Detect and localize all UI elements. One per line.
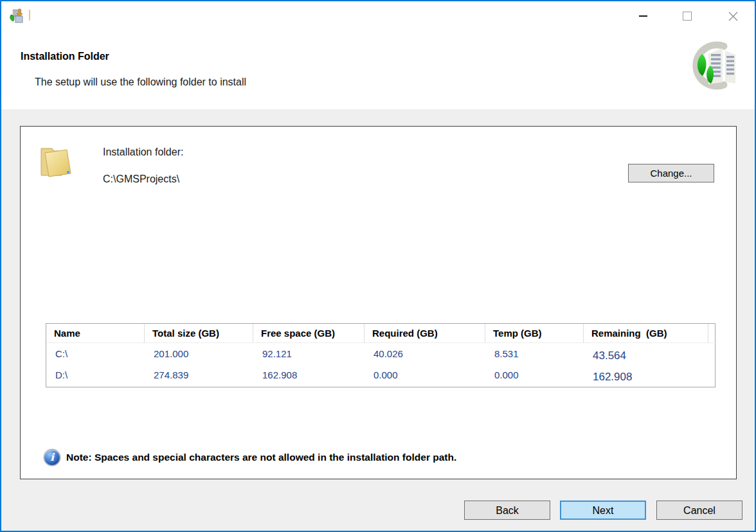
col-header-name: Name — [46, 324, 145, 343]
maximize-button[interactable] — [672, 6, 702, 26]
installer-window: Installation Folder The setup will use t… — [0, 0, 756, 532]
table-row-d-filler — [708, 364, 717, 386]
close-icon — [728, 11, 739, 22]
maximize-icon — [683, 12, 692, 21]
col-header-free-space: Free space (GB) — [253, 324, 364, 343]
title-bar — [1, 1, 755, 30]
minimize-icon — [639, 15, 647, 17]
table-row-c-remaining[interactable]: 43.564 — [584, 343, 708, 364]
page-subtitle: The setup will use the following folder … — [35, 76, 246, 88]
page-title: Installation Folder — [21, 51, 109, 62]
col-header-temp: Temp (GB) — [485, 324, 584, 343]
note-text: Note: Spaces and special characters are … — [66, 452, 456, 463]
next-button[interactable]: Next — [560, 501, 646, 520]
table-row-d-required[interactable]: 0.000 — [364, 364, 485, 386]
close-button[interactable] — [718, 6, 748, 26]
table-row-d-total[interactable]: 274.839 — [145, 364, 253, 386]
col-header-total-size: Total size (GB) — [145, 324, 253, 343]
table-row-c-free[interactable]: 92.121 — [253, 343, 364, 364]
info-icon: i — [44, 450, 60, 465]
disk-space-table: Name Total size (GB) Free space (GB) Req… — [46, 323, 716, 387]
back-button[interactable]: Back — [464, 501, 550, 520]
table-row-d-free[interactable]: 162.908 — [253, 364, 364, 386]
table-row-c-name[interactable]: C:\ — [46, 343, 145, 364]
table-row-c-required[interactable]: 40.026 — [364, 343, 485, 364]
col-header-required: Required (GB) — [364, 324, 485, 343]
table-row-c-temp[interactable]: 8.531 — [485, 343, 584, 364]
table-row-d-temp[interactable]: 0.000 — [485, 364, 584, 386]
content-panel: Installation folder: C:\GMSProjects\ Cha… — [20, 126, 737, 479]
table-row-d-name[interactable]: D:\ — [46, 364, 145, 386]
cancel-button[interactable]: Cancel — [656, 501, 742, 520]
col-header-remaining: Remaining (GB) — [584, 324, 708, 343]
installation-folder-label: Installation folder: — [103, 146, 183, 158]
change-button[interactable]: Change... — [628, 164, 714, 182]
table-row-c-total[interactable]: 201.000 — [145, 343, 253, 364]
installation-folder-path: C:\GMSProjects\ — [103, 173, 179, 185]
table-row-c-filler — [708, 343, 717, 364]
minimize-button[interactable] — [628, 6, 658, 26]
folder-icon — [36, 141, 77, 181]
titlebar-caret-mark — [29, 10, 30, 21]
note-row: i Note: Spaces and special characters ar… — [44, 450, 456, 465]
app-icon — [9, 8, 26, 24]
col-header-filler — [708, 324, 717, 343]
gms-logo-icon — [687, 40, 737, 93]
table-row-d-remaining[interactable]: 162.908 — [584, 364, 708, 386]
